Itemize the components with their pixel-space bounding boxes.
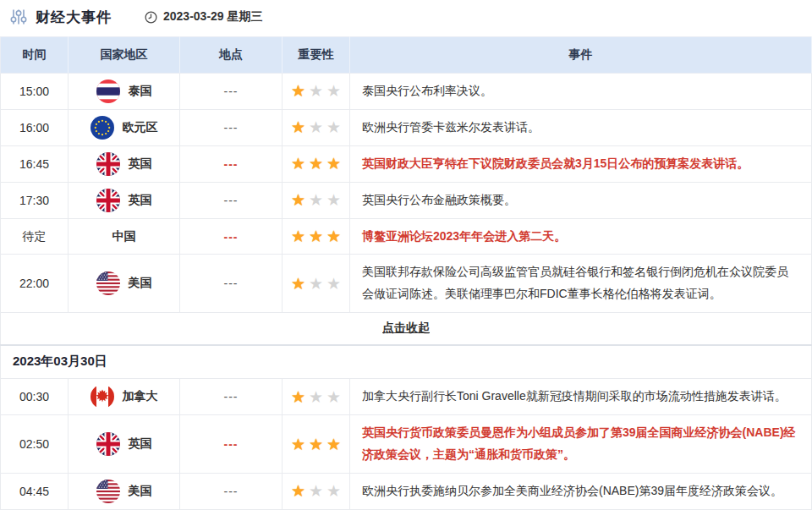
star-filled-icon: ★ [289,118,307,136]
event-time: 02:50 [1,415,69,474]
event-row: 15:00 泰国---★★★泰国央行公布利率决议。 [1,74,812,110]
star-filled-icon: ★ [289,436,307,453]
event-time: 16:00 [1,109,69,145]
table-header-row: 时间 国家地区 地点 重要性 事件 [1,37,812,74]
flag-uk-icon [96,432,120,456]
star-filled-icon: ★ [289,191,307,209]
col-header-time: 时间 [1,37,69,74]
col-header-country: 国家地区 [69,37,180,74]
event-country-cell: 泰国 [69,74,180,110]
flag-uk-icon [96,189,120,212]
event-location: --- [180,415,283,474]
event-location: --- [180,473,283,509]
event-text: 博鳌亚洲论坛2023年年会进入第二天。 [350,218,812,255]
importance-stars: ★★★ [283,145,350,182]
event-time: 22:00 [1,255,69,313]
star-filled-icon: ★ [289,228,307,245]
event-text: 英国央行公布金融政策概要。 [350,182,812,218]
event-row: 16:45 英国---★★★英国财政大臣亨特在下议院财政委员会就3月15日公布的… [1,145,812,182]
star-filled-icon: ★ [289,275,307,293]
event-row: 02:50 英国---★★★英国央行货币政策委员曼恩作为小组成员参加了第39届全… [1,415,812,474]
star-empty-icon: ★ [307,482,325,500]
event-location: --- [180,218,283,255]
col-header-event: 事件 [350,37,812,74]
star-filled-icon: ★ [307,228,325,245]
tune-sliders-icon [8,7,29,27]
event-text: 英国央行货币政策委员曼恩作为小组成员参加了第39届全国商业经济协会(NABE)经… [350,415,812,474]
country-name: 美国 [129,276,152,291]
star-empty-icon: ★ [307,82,325,100]
star-filled-icon: ★ [325,436,343,453]
event-text: 欧洲央行管委卡兹米尔发表讲话。 [350,109,812,145]
event-time: 04:45 [1,473,69,509]
importance-stars: ★★★ [283,182,350,218]
star-empty-icon: ★ [325,191,343,209]
star-empty-icon: ★ [307,191,325,209]
event-location: --- [180,109,283,145]
flag-eu-icon [91,116,114,140]
star-empty-icon: ★ [307,275,325,293]
importance-stars: ★★★ [283,109,350,145]
flag-thailand-icon [96,80,120,103]
country-name: 英国 [129,156,152,172]
event-time: 16:45 [1,145,69,182]
event-location: --- [180,182,283,218]
star-filled-icon: ★ [289,82,307,100]
event-row: 16:00 欧元区---★★★欧洲央行管委卡兹米尔发表讲话。 [1,109,812,145]
event-time: 17:30 [1,182,69,218]
star-filled-icon: ★ [325,228,343,245]
country-name: 中国 [112,229,136,244]
event-row: 22:00 美国---★★★美国联邦存款保险公司高级监管官员就硅谷银行和签名银行… [1,255,812,313]
event-row: 04:45 美国---★★★欧洲央行执委施纳贝尔参加全美商业经济协会(NABE)… [1,473,812,509]
event-country-cell: 欧元区 [69,109,180,145]
star-empty-icon: ★ [325,388,343,406]
country-name: 美国 [129,484,152,499]
event-country-cell: 英国 [69,182,180,218]
events-table: 时间 国家地区 地点 重要性 事件 15:00 泰国---★★★泰国央行公布利率… [0,36,812,510]
event-text: 英国财政大臣亨特在下议院财政委员会就3月15日公布的预算案发表讲话。 [350,145,812,182]
star-empty-icon: ★ [325,275,343,293]
event-country-cell: 英国 [69,415,180,474]
flag-canada-icon [91,385,114,409]
event-country-cell: 美国 [69,473,180,509]
star-filled-icon: ★ [307,436,325,453]
col-header-location: 地点 [180,37,283,74]
col-header-importance: 重要性 [283,37,350,74]
importance-stars: ★★★ [283,218,350,255]
event-text: 欧洲央行执委施纳贝尔参加全美商业经济协会(NABE)第39届年度经济政策会议。 [350,473,812,509]
country-name: 英国 [129,436,152,452]
importance-stars: ★★★ [283,74,350,110]
event-row: 17:30 英国---★★★英国央行公布金融政策概要。 [1,182,812,218]
star-filled-icon: ★ [289,155,307,173]
star-empty-icon: ★ [307,388,325,406]
date-section-row: 2023年03月30日 [1,345,812,379]
event-location: --- [180,379,283,415]
importance-stars: ★★★ [283,379,350,415]
event-country-cell: 美国 [69,255,180,313]
event-time: 00:30 [1,379,69,415]
star-empty-icon: ★ [325,82,343,100]
star-empty-icon: ★ [325,118,343,136]
collapse-row: 点击收起 [1,313,812,345]
collapse-toggle[interactable]: 点击收起 [382,321,430,334]
current-date: 2023-03-29 星期三 [163,9,263,25]
page-title: 财经大事件 [36,8,112,27]
event-time: 待定 [1,218,69,255]
importance-stars: ★★★ [283,415,350,474]
date-section-header: 2023年03月30日 [1,345,812,379]
country-name: 加拿大 [123,389,158,404]
event-country-cell: 加拿大 [69,379,180,415]
event-location: --- [180,145,283,182]
star-filled-icon: ★ [289,388,307,406]
flag-uk-icon [96,152,120,176]
event-row: 待定中国---★★★博鳌亚洲论坛2023年年会进入第二天。 [1,218,812,255]
event-text: 加拿大央行副行长Toni Gravelle就新冠疫情期间采取的市场流动性措施发表… [350,379,812,415]
country-name: 泰国 [129,84,152,99]
event-location: --- [180,74,283,110]
event-country-cell: 中国 [69,218,180,255]
event-text: 美国联邦存款保险公司高级监管官员就硅谷银行和签名银行倒闭危机在众议院委员会做证词… [350,255,812,313]
event-text: 泰国央行公布利率决议。 [350,74,812,110]
event-location: --- [180,255,283,313]
country-name: 欧元区 [123,120,158,135]
star-filled-icon: ★ [289,482,307,500]
